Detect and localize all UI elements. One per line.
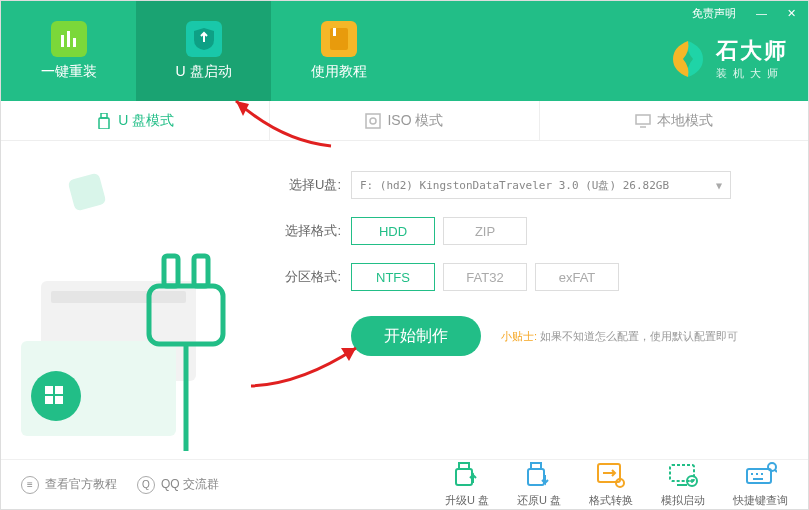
tool-label: 升级U 盘 <box>445 493 489 508</box>
monitor-icon <box>635 113 651 129</box>
chevron-down-icon: ▼ <box>716 180 722 191</box>
svg-rect-9 <box>636 115 650 124</box>
tab-label: U 盘模式 <box>118 112 174 130</box>
nav-label: 使用教程 <box>311 63 367 81</box>
partition-label: 分区格式: <box>271 268 341 286</box>
brand-subtitle: 装机大师 <box>716 66 788 81</box>
svg-rect-6 <box>99 118 109 129</box>
svg-rect-2 <box>73 38 76 47</box>
footer-qq-link[interactable]: Q QQ 交流群 <box>137 476 219 494</box>
shield-icon <box>186 21 222 57</box>
tool-label: 模拟启动 <box>661 493 705 508</box>
restore-usb-icon <box>523 461 555 489</box>
usb-select-label: 选择U盘: <box>271 176 341 194</box>
tab-local-mode[interactable]: 本地模式 <box>540 101 808 140</box>
svg-rect-17 <box>55 386 63 394</box>
svg-rect-13 <box>51 291 186 303</box>
svg-point-38 <box>768 463 776 471</box>
tool-hotkey-query[interactable]: 快捷键查询 <box>733 461 788 508</box>
svg-rect-30 <box>670 465 694 481</box>
tab-label: ISO 模式 <box>387 112 443 130</box>
header: 一键重装 U 盘启动 使用教程 免责声明 — ✕ 石大师 <box>1 1 808 101</box>
svg-rect-3 <box>330 28 348 50</box>
mode-tabs: U 盘模式 ISO 模式 本地模式 <box>1 101 808 141</box>
bars-icon <box>51 21 87 57</box>
simulate-icon <box>667 461 699 489</box>
keyboard-icon <box>745 461 777 489</box>
tab-usb-mode[interactable]: U 盘模式 <box>1 101 270 140</box>
svg-point-8 <box>370 118 376 124</box>
minimize-button[interactable]: — <box>752 5 771 21</box>
footer: ≡ 查看官方教程 Q QQ 交流群 升级U 盘 还原U 盘 格式转换 <box>1 459 808 509</box>
usb-icon <box>96 113 112 129</box>
svg-rect-16 <box>45 386 53 394</box>
tool-label: 还原U 盘 <box>517 493 561 508</box>
nav-tutorial[interactable]: 使用教程 <box>271 1 406 101</box>
footer-link-label: QQ 交流群 <box>161 476 219 493</box>
footer-link-label: 查看官方教程 <box>45 476 117 493</box>
app-window: 一键重装 U 盘启动 使用教程 免责声明 — ✕ 石大师 <box>0 0 809 510</box>
close-button[interactable]: ✕ <box>783 5 800 22</box>
tool-upgrade-usb[interactable]: 升级U 盘 <box>445 461 489 508</box>
svg-rect-11 <box>67 172 106 211</box>
tool-label: 快捷键查询 <box>733 493 788 508</box>
brand: 石大师 装机大师 <box>668 36 788 81</box>
tab-label: 本地模式 <box>657 112 713 130</box>
convert-icon <box>595 461 627 489</box>
format-label: 选择格式: <box>271 222 341 240</box>
tip-text: 如果不知道怎么配置，使用默认配置即可 <box>540 330 738 342</box>
svg-rect-22 <box>194 256 208 286</box>
book-icon <box>321 21 357 57</box>
illustration <box>1 141 271 461</box>
nav-reinstall[interactable]: 一键重装 <box>1 1 136 101</box>
brand-logo-icon <box>668 39 708 79</box>
svg-rect-18 <box>45 396 53 404</box>
usb-select-value: F: (hd2) KingstonDataTraveler 3.0 (U盘) 2… <box>360 178 669 193</box>
nav-label: 一键重装 <box>41 63 97 81</box>
tool-restore-usb[interactable]: 还原U 盘 <box>517 461 561 508</box>
partition-ntfs-button[interactable]: NTFS <box>351 263 435 291</box>
svg-rect-19 <box>55 396 63 404</box>
tool-simulate-boot[interactable]: 模拟启动 <box>661 461 705 508</box>
svg-rect-33 <box>747 469 771 483</box>
footer-tutorial-link[interactable]: ≡ 查看官方教程 <box>21 476 117 494</box>
qq-icon: Q <box>137 476 155 494</box>
usb-select[interactable]: F: (hd2) KingstonDataTraveler 3.0 (U盘) 2… <box>351 171 731 199</box>
tip-label: 小贴士: <box>501 330 537 342</box>
svg-rect-1 <box>67 31 70 47</box>
format-hdd-button[interactable]: HDD <box>351 217 435 245</box>
doc-icon: ≡ <box>21 476 39 494</box>
content: 选择U盘: F: (hd2) KingstonDataTraveler 3.0 … <box>1 141 808 461</box>
disclaimer-link[interactable]: 免责声明 <box>688 4 740 23</box>
start-create-button[interactable]: 开始制作 <box>351 316 481 356</box>
svg-rect-7 <box>366 114 380 128</box>
svg-line-39 <box>775 470 777 472</box>
nav-usb-boot[interactable]: U 盘启动 <box>136 1 271 101</box>
format-zip-button[interactable]: ZIP <box>443 217 527 245</box>
svg-rect-0 <box>61 35 64 47</box>
svg-rect-4 <box>333 28 336 36</box>
tool-format-convert[interactable]: 格式转换 <box>589 461 633 508</box>
window-controls: 免责声明 — ✕ <box>680 1 808 25</box>
tool-label: 格式转换 <box>589 493 633 508</box>
form-area: 选择U盘: F: (hd2) KingstonDataTraveler 3.0 … <box>271 141 808 461</box>
tab-iso-mode[interactable]: ISO 模式 <box>270 101 539 140</box>
partition-exfat-button[interactable]: exFAT <box>535 263 619 291</box>
iso-icon <box>365 113 381 129</box>
upgrade-usb-icon <box>451 461 483 489</box>
svg-rect-27 <box>528 469 544 485</box>
partition-fat32-button[interactable]: FAT32 <box>443 263 527 291</box>
brand-title: 石大师 <box>716 36 788 66</box>
nav-label: U 盘启动 <box>176 63 232 81</box>
